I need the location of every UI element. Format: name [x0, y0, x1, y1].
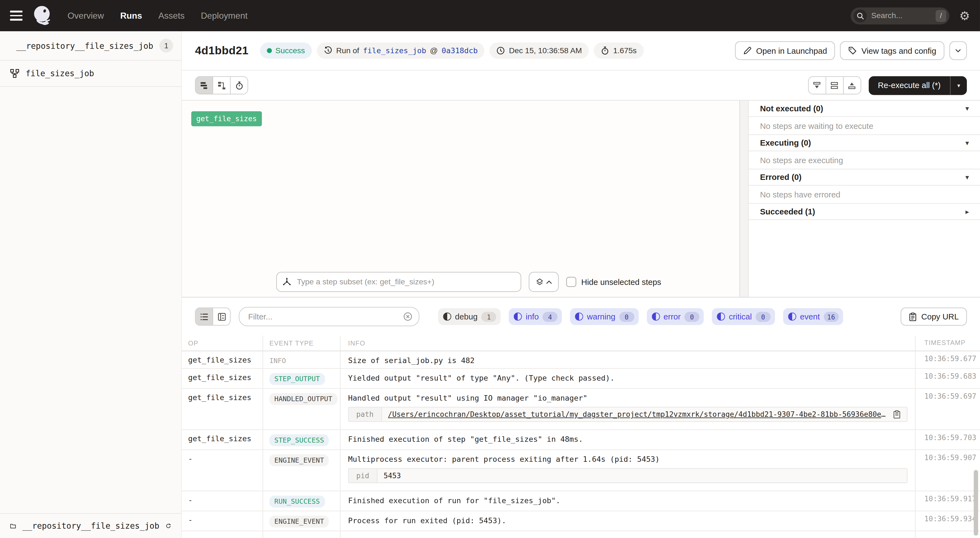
- log-info: Process for run exited (pid: 5453).: [348, 514, 908, 525]
- gear-icon[interactable]: ⚙: [959, 10, 970, 21]
- hamburger-menu-icon[interactable]: [10, 11, 22, 20]
- metadata-key: pid: [349, 469, 377, 482]
- log-row[interactable]: - ENGINE_EVENT Multiprocess executor: pa…: [182, 450, 980, 491]
- expand-all-button[interactable]: [843, 77, 861, 94]
- level-count-badge: 0: [756, 312, 771, 322]
- level-toggle-warning[interactable]: warning 0: [570, 308, 639, 325]
- level-count-badge: 0: [619, 312, 634, 322]
- log-op: get_file_sizes: [182, 389, 263, 430]
- global-search[interactable]: Search... /: [851, 7, 949, 24]
- graph-query-options-button[interactable]: [529, 272, 558, 292]
- gantt-flat-icon: [200, 81, 208, 90]
- level-toggle-debug[interactable]: debug 1: [438, 308, 501, 325]
- section-executing[interactable]: Executing (0) ▾: [749, 135, 980, 151]
- log-timestamp: 10:36:59.683: [916, 369, 980, 388]
- level-toggle-critical[interactable]: critical 0: [712, 308, 775, 325]
- level-toggle-error[interactable]: error 0: [647, 308, 703, 325]
- col-header-timestamp: TIMESTAMP: [916, 336, 980, 351]
- log-timestamp: 10:36:59.917: [916, 491, 980, 511]
- log-row[interactable]: - ENGINE_EVENT Process for run exited (p…: [182, 511, 980, 531]
- log-timestamp: 10:36:59.703: [916, 430, 980, 449]
- section-errored[interactable]: Errored (0) ▾: [749, 169, 980, 186]
- clear-filter-icon[interactable]: [403, 312, 412, 321]
- log-view-mode-group: [195, 307, 231, 325]
- vertical-scrollbar[interactable]: [974, 470, 978, 536]
- nav-item-deployment[interactable]: Deployment: [201, 11, 248, 21]
- step-status-panel: Not executed (0) ▾ No steps are waiting …: [748, 100, 980, 297]
- log-timestamp: 10:36:59.934: [916, 511, 980, 531]
- output-path-link[interactable]: /Users/erincochran/Desktop/asset_tutoria…: [388, 410, 888, 419]
- stopwatch-icon: [235, 81, 243, 90]
- metadata-value: 5453: [383, 471, 401, 480]
- nav-item-runs[interactable]: Runs: [120, 11, 142, 21]
- pencil-icon: [743, 46, 752, 55]
- open-in-launchpad-button[interactable]: Open in Launchpad: [735, 41, 835, 60]
- toggle-on-icon: [788, 313, 796, 321]
- section-succeeded[interactable]: Succeeded (1) ▸: [749, 204, 980, 220]
- level-toggle-info[interactable]: info 4: [509, 308, 562, 325]
- log-filter-input[interactable]: [247, 311, 403, 322]
- op-node-get-file-sizes[interactable]: get_file_sizes: [191, 111, 262, 126]
- log-list-view-button[interactable]: [196, 308, 213, 325]
- run-middle-section: get_file_sizes: [182, 100, 980, 298]
- copy-url-button[interactable]: Copy URL: [901, 307, 967, 325]
- log-row[interactable]: - RUN_SUCCESS Finished execution of run …: [182, 491, 980, 511]
- gantt-timing-view-button[interactable]: [231, 77, 248, 94]
- level-toggle-event[interactable]: event 16: [783, 308, 843, 325]
- toggle-on-icon: [652, 313, 660, 321]
- log-row[interactable]: get_file_sizes STEP_SUCCESS Finished exe…: [182, 430, 980, 450]
- log-info: Handled output "result" using IO manager…: [348, 392, 908, 403]
- nav-item-assets[interactable]: Assets: [158, 11, 185, 21]
- sidebar-item-repository[interactable]: __repository__file_sizes_job 1: [0, 31, 181, 60]
- section-not-executed[interactable]: Not executed (0) ▾: [749, 100, 980, 117]
- copy-icon[interactable]: [893, 410, 900, 419]
- search-icon: [854, 9, 867, 22]
- job-link[interactable]: file_sizes_job: [363, 46, 426, 55]
- log-info: Multiprocess executor: parent process ex…: [348, 453, 908, 464]
- chevron-up-icon: [546, 280, 552, 284]
- op-selector-icon: [282, 277, 291, 286]
- rows-view-button[interactable]: [826, 77, 843, 94]
- reexecute-options-caret[interactable]: ▾: [950, 76, 967, 95]
- section-not-executed-empty: No steps are waiting to execute: [749, 117, 980, 135]
- collapse-all-button[interactable]: [808, 77, 826, 94]
- log-row[interactable]: get_file_sizes HANDLED_OUTPUT Handled ou…: [182, 389, 980, 430]
- log-filter-input-wrap: [239, 307, 420, 326]
- chevron-right-icon: ▸: [966, 208, 969, 215]
- log-timestamp: 10:36:59.697: [916, 389, 980, 430]
- commit-link[interactable]: 0a318dcb: [442, 46, 478, 55]
- section-executing-empty: No steps are executing: [749, 151, 980, 169]
- refresh-icon[interactable]: [165, 522, 171, 530]
- log-row[interactable]: get_file_sizes STEP_OUTPUT Yielded outpu…: [182, 369, 980, 389]
- view-tags-config-button[interactable]: View tags and config: [840, 41, 944, 60]
- gantt-waterfall-icon: [217, 81, 226, 90]
- left-sidebar: __repository__file_sizes_job 1 file_size…: [0, 31, 182, 538]
- structured-view-icon: [217, 312, 226, 321]
- chevron-down-icon: ▾: [966, 174, 969, 181]
- chevron-down-icon: ▾: [966, 105, 969, 112]
- log-info: Yielded output "result" of type "Any". (…: [348, 372, 908, 382]
- log-row[interactable]: get_file_sizes INFO Size of serial_job.p…: [182, 351, 980, 369]
- event-type-badge: RUN_SUCCESS: [269, 495, 325, 507]
- sidebar-footer-repository[interactable]: __repository__file_sizes_job: [0, 513, 181, 538]
- step-subset-input[interactable]: [296, 277, 515, 287]
- dagster-logo-icon[interactable]: [31, 5, 54, 27]
- hide-unselected-checkbox[interactable]: [566, 277, 576, 287]
- log-structured-view-button[interactable]: [213, 308, 230, 325]
- reexecute-all-button[interactable]: Re-execute all (*): [869, 81, 950, 90]
- gantt-waterfall-view-button[interactable]: [213, 77, 231, 94]
- sidebar-item-job[interactable]: file_sizes_job: [0, 60, 181, 87]
- nav-item-overview[interactable]: Overview: [67, 11, 104, 21]
- run-actions-chevron-button[interactable]: [949, 41, 967, 60]
- gantt-view-mode-group: [195, 76, 248, 94]
- log-table-filler: [182, 531, 980, 538]
- toggle-on-icon: [575, 313, 583, 321]
- gantt-toolbar: Re-execute all (*) ▾: [182, 71, 980, 100]
- event-type-badge: STEP_SUCCESS: [269, 435, 329, 446]
- level-count-badge: 4: [542, 312, 558, 322]
- gantt-flat-view-button[interactable]: [196, 77, 213, 94]
- toggle-on-icon: [514, 313, 522, 321]
- log-op: -: [182, 450, 263, 490]
- status-dot-icon: [267, 48, 272, 53]
- op-graph-pane[interactable]: get_file_sizes: [182, 100, 740, 297]
